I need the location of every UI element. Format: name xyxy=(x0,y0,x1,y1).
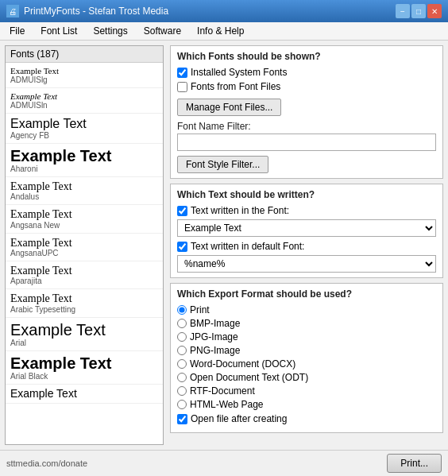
list-item[interactable]: Example Text Aparajita xyxy=(6,261,163,289)
list-item[interactable]: Example Text Arabic Typesetting xyxy=(6,289,163,317)
font-text-dropdown[interactable]: Example Text xyxy=(177,219,436,237)
export-png-row: PNG-Image xyxy=(177,345,436,356)
font-list-panel: Fonts (187) Example Text ADMUISlg Exampl… xyxy=(5,45,164,445)
text-in-default-label: Text written in default Font: xyxy=(191,241,304,252)
right-panel: Which Fonts should be shown? Installed S… xyxy=(170,45,443,445)
font-files-label: Fonts from Font Files xyxy=(191,81,280,92)
menu-font-list[interactable]: Font List xyxy=(34,24,83,38)
menu-info-help[interactable]: Info & Help xyxy=(191,24,250,38)
font-name-filter-input[interactable] xyxy=(177,134,436,151)
export-png-radio[interactable] xyxy=(177,346,187,355)
font-name-filter-label: Font Name Filter: xyxy=(177,121,436,132)
export-odt-row: Open Document Text (ODT) xyxy=(177,372,436,383)
window-controls: − □ ✕ xyxy=(396,4,442,18)
export-rtf-radio[interactable] xyxy=(177,386,187,396)
font-sample: Example Text xyxy=(10,321,158,339)
list-item[interactable]: Example Text xyxy=(6,385,163,404)
bottom-bar: sttmedia.com/donate Print... xyxy=(0,450,448,475)
export-bmp-radio[interactable] xyxy=(177,319,187,328)
list-item[interactable]: Example Text Angsana New xyxy=(6,205,163,233)
font-sample: Example Text xyxy=(10,265,158,277)
list-item[interactable]: Example Text AngsanaUPC xyxy=(6,234,163,261)
menu-file[interactable]: File xyxy=(3,24,31,38)
text-in-default-checkbox[interactable] xyxy=(177,242,187,252)
font-name: Aharoni xyxy=(10,164,158,173)
title-bar: 🖨 PrintMyFonts - Stefan Trost Media − □ … xyxy=(0,0,448,22)
export-bmp-row: BMP-Image xyxy=(177,318,436,329)
font-name: AngsanaUPC xyxy=(10,249,158,257)
font-files-checkbox[interactable] xyxy=(177,82,187,92)
font-name: Arabic Typesetting xyxy=(10,305,158,314)
font-name: ADMUISln xyxy=(10,101,158,110)
export-jpg-radio[interactable] xyxy=(177,332,187,342)
manage-font-files-button[interactable]: Manage Font Files... xyxy=(177,99,281,116)
maximize-button[interactable]: □ xyxy=(411,4,426,18)
font-files-row: Fonts from Font Files xyxy=(177,81,436,92)
main-content: Fonts (187) Example Text ADMUISlg Exampl… xyxy=(0,41,448,450)
font-list-header: Fonts (187) xyxy=(6,46,163,63)
export-bmp-label: BMP-Image xyxy=(190,318,240,329)
font-list-scroll[interactable]: Example Text ADMUISlg Example Text ADMUI… xyxy=(6,63,163,444)
export-jpg-row: JPG-Image xyxy=(177,331,436,342)
installed-fonts-row: Installed System Fonts xyxy=(177,67,436,78)
open-after-creating-label: Open file after creating xyxy=(191,413,287,424)
menu-bar: File Font List Settings Software Info & … xyxy=(0,22,448,41)
text-in-font-checkbox[interactable] xyxy=(177,206,187,216)
list-item[interactable]: Example Text Arial Black xyxy=(6,351,163,385)
export-print-label: Print xyxy=(190,304,210,315)
window-title: PrintMyFonts - Stefan Trost Media xyxy=(24,6,168,17)
export-docx-radio[interactable] xyxy=(177,359,187,369)
list-item[interactable]: Example Text Aharoni xyxy=(6,144,163,177)
font-name: Andalus xyxy=(10,192,158,201)
font-name: ADMUISlg xyxy=(10,75,158,84)
font-sample: Example Text xyxy=(10,354,158,372)
open-after-creating-checkbox[interactable] xyxy=(177,414,187,424)
font-name: Angsana New xyxy=(10,221,158,230)
menu-software[interactable]: Software xyxy=(137,24,187,38)
export-html-label: HTML-Web Page xyxy=(190,399,263,410)
export-png-label: PNG-Image xyxy=(190,345,240,356)
export-print-radio[interactable] xyxy=(177,305,187,315)
text-section: Which Text should be written? Text writt… xyxy=(170,184,443,278)
minimize-button[interactable]: − xyxy=(396,4,410,18)
app-icon: 🖨 xyxy=(6,5,19,17)
list-item[interactable]: Example Text Arial xyxy=(6,318,163,351)
export-rtf-label: RTF-Document xyxy=(190,385,255,397)
export-odt-radio[interactable] xyxy=(177,373,187,382)
title-bar-left: 🖨 PrintMyFonts - Stefan Trost Media xyxy=(6,5,168,17)
font-sample: Example Text xyxy=(10,147,158,164)
font-sample: Example Text xyxy=(10,237,158,249)
export-docx-row: Word-Document (DOCX) xyxy=(177,358,436,370)
status-text: sttmedia.com/donate xyxy=(6,459,87,468)
fonts-section-title: Which Fonts should be shown? xyxy=(177,51,436,62)
font-sample: Example Text xyxy=(10,117,158,131)
export-print-row: Print xyxy=(177,304,436,315)
export-docx-label: Word-Document (DOCX) xyxy=(190,358,295,370)
close-button[interactable]: ✕ xyxy=(427,4,442,18)
text-section-title: Which Text should be written? xyxy=(177,189,436,200)
export-section: Which Export Format should be used? Prin… xyxy=(170,283,443,433)
list-item[interactable]: Example Text ADMUISlg xyxy=(6,63,163,88)
list-item[interactable]: Example Text Agency FB xyxy=(6,114,163,144)
font-sample: Example Text xyxy=(10,388,158,400)
text-in-font-label: Text written in the Font: xyxy=(191,205,289,216)
list-item[interactable]: Example Text ADMUISln xyxy=(6,88,163,114)
export-odt-label: Open Document Text (ODT) xyxy=(190,372,308,383)
open-after-creating-row: Open file after creating xyxy=(177,413,436,424)
default-text-dropdown[interactable]: %name% xyxy=(177,255,436,273)
text-in-default-row: Text written in default Font: xyxy=(177,241,436,252)
installed-fonts-label: Installed System Fonts xyxy=(191,67,287,78)
font-name: Arial Black xyxy=(10,372,158,381)
installed-fonts-checkbox[interactable] xyxy=(177,68,187,78)
export-section-title: Which Export Format should be used? xyxy=(177,288,436,300)
font-name: Agency FB xyxy=(10,131,158,140)
font-style-filter-button[interactable]: Font Style Filter... xyxy=(177,156,268,173)
print-button[interactable]: Print... xyxy=(387,454,442,473)
export-html-row: HTML-Web Page xyxy=(177,399,436,410)
list-item[interactable]: Example Text Andalus xyxy=(6,177,163,205)
export-html-radio[interactable] xyxy=(177,400,187,409)
export-jpg-label: JPG-Image xyxy=(190,331,238,342)
fonts-section: Which Fonts should be shown? Installed S… xyxy=(170,45,443,179)
font-sample: Example Text xyxy=(10,292,158,304)
menu-settings[interactable]: Settings xyxy=(87,24,133,38)
